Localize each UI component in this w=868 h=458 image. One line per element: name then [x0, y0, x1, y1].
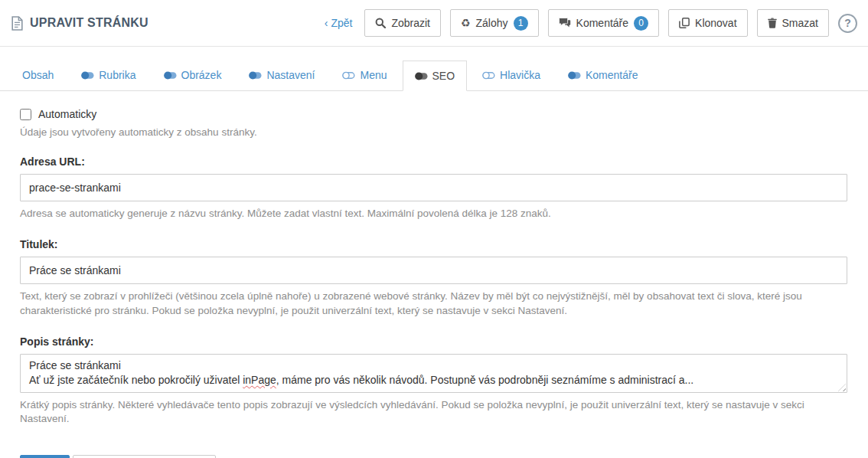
form-footer: Uložit Uložit a zobrazit seznam: [0, 455, 868, 458]
tab-bar: Obsah Rubrika Obrázek Nastavení Menu SEO…: [0, 60, 868, 91]
page-title: UPRAVIT STRÁNKU: [30, 16, 148, 30]
clone-button[interactable]: Klonovat: [668, 9, 747, 37]
title-label: Titulek:: [20, 238, 847, 250]
toggle-off-icon: [342, 71, 355, 80]
comments-button[interactable]: Komentáře 0: [548, 9, 659, 37]
search-icon: [375, 18, 386, 28]
backups-count-badge: 1: [514, 16, 528, 31]
url-label: Adresa URL:: [20, 155, 847, 168]
tab-rubrika[interactable]: Rubrika: [69, 60, 148, 90]
toggle-on-icon: [249, 71, 262, 80]
delete-button[interactable]: Smazat: [757, 9, 829, 37]
page-header: UPRAVIT STRÁNKU ‹Zpět Zobrazit ♻ Zálohy …: [0, 0, 868, 47]
topbar-actions: ‹Zpět Zobrazit ♻ Zálohy 1 Komentář: [325, 9, 857, 37]
description-label: Popis stránky:: [20, 335, 847, 348]
automatic-checkbox-row: Automaticky: [20, 108, 847, 120]
tab-obsah[interactable]: Obsah: [10, 60, 66, 90]
title-input[interactable]: [20, 257, 847, 284]
description-textarea[interactable]: Práce se stránkami Ať už jste začátečník…: [20, 354, 847, 393]
recycle-icon: ♻: [461, 18, 471, 28]
seo-form: Automaticky Údaje jsou vytvořeny automat…: [0, 91, 868, 426]
comments-icon: [559, 18, 571, 28]
save-button[interactable]: Uložit: [20, 455, 70, 458]
comments-count-badge: 0: [634, 16, 648, 31]
description-line1: Práce se stránkami: [29, 358, 838, 373]
trash-icon: [768, 18, 777, 28]
tab-menu[interactable]: Menu: [330, 60, 399, 90]
file-text-icon: [11, 16, 24, 31]
view-button[interactable]: Zobrazit: [364, 9, 441, 37]
tab-obrazek[interactable]: Obrázek: [152, 60, 234, 90]
toggle-on-icon: [164, 71, 177, 80]
toggle-on-icon: [568, 71, 581, 80]
automatic-help-text: Údaje jsou vytvořeny automaticky z obsah…: [20, 126, 847, 139]
chevron-left-icon: ‹: [325, 17, 328, 29]
url-input[interactable]: [20, 174, 847, 201]
misspelled-word: inPage: [243, 374, 276, 386]
tab-hlavicka[interactable]: Hlavička: [470, 60, 553, 90]
help-icon[interactable]: ?: [838, 14, 857, 33]
url-help-text: Adresa se automaticky generuje z názvu s…: [20, 207, 847, 221]
back-link[interactable]: ‹Zpět: [325, 17, 353, 29]
automatic-checkbox[interactable]: [20, 109, 31, 120]
textarea-resize-handle[interactable]: [838, 384, 846, 391]
toggle-off-icon: [482, 71, 495, 80]
save-and-list-button[interactable]: Uložit a zobrazit seznam: [73, 455, 216, 458]
backups-button[interactable]: ♻ Zálohy 1: [450, 9, 539, 37]
tab-komentare[interactable]: Komentáře: [556, 60, 650, 90]
automatic-label: Automaticky: [38, 108, 96, 120]
tab-nastaveni[interactable]: Nastavení: [237, 60, 327, 90]
title-help-text: Text, který se zobrazí v prohlížeči (vět…: [20, 290, 847, 317]
toggle-on-icon: [81, 71, 94, 80]
description-help-text: Krátký popis stránky. Některé vyhledávač…: [20, 398, 847, 426]
tab-seo[interactable]: SEO: [403, 61, 468, 91]
clone-icon: [679, 18, 690, 28]
description-line2: Ať už jste začátečník nebo pokročilý uži…: [29, 373, 838, 388]
toggle-on-icon: [415, 72, 428, 80]
page-title-wrap: UPRAVIT STRÁNKU: [11, 16, 148, 31]
